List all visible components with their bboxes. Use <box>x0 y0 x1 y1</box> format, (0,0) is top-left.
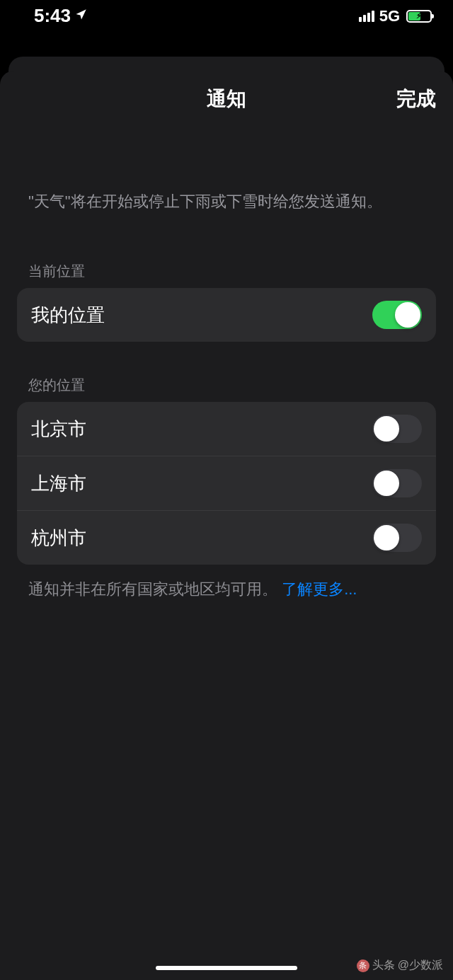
watermark-icon: 条 <box>357 959 369 972</box>
watermark: 条 头条 @少数派 <box>357 958 443 973</box>
list-item: 上海市 <box>17 456 436 510</box>
signal-icon <box>359 11 374 22</box>
location-toggle-beijing[interactable] <box>372 415 422 443</box>
sheet-title: 通知 <box>207 86 246 113</box>
my-location-label: 我的位置 <box>31 303 105 328</box>
your-locations-label: 您的位置 <box>17 376 436 395</box>
watermark-prefix: 头条 <box>372 958 395 973</box>
watermark-handle: @少数派 <box>398 958 443 973</box>
time-value: 5:43 <box>34 5 71 27</box>
toggle-knob <box>374 525 399 550</box>
toggle-knob <box>374 471 399 496</box>
location-toggle-shanghai[interactable] <box>372 469 422 497</box>
sheet-header: 通知 完成 <box>17 71 436 127</box>
current-location-label: 当前位置 <box>17 262 436 281</box>
status-bar: 5:43 5G ⚡︎ <box>0 0 453 32</box>
list-item: 我的位置 <box>17 288 436 342</box>
notification-description: "天气"将在开始或停止下雨或下雪时给您发送通知。 <box>17 191 436 212</box>
footer-text: 通知并非在所有国家或地区均可用。 了解更多... <box>17 579 436 600</box>
location-arrow-icon <box>75 8 88 24</box>
done-button[interactable]: 完成 <box>396 86 436 113</box>
network-label: 5G <box>379 7 400 25</box>
footer-note: 通知并非在所有国家或地区均可用。 <box>28 580 277 598</box>
current-location-group: 我的位置 <box>17 288 436 342</box>
current-location-section: 当前位置 我的位置 <box>17 262 436 342</box>
list-item: 杭州市 <box>17 510 436 565</box>
my-location-toggle[interactable] <box>372 301 422 329</box>
battery-icon: ⚡︎ <box>406 10 432 23</box>
toggle-knob <box>395 302 420 328</box>
location-toggle-hangzhou[interactable] <box>372 524 422 552</box>
location-item-label: 杭州市 <box>31 526 86 550</box>
notification-sheet: 通知 完成 "天气"将在开始或停止下雨或下雪时给您发送通知。 当前位置 我的位置… <box>0 71 453 980</box>
your-locations-section: 您的位置 北京市 上海市 杭州市 通知并非在所有国家 <box>17 376 436 600</box>
status-time: 5:43 <box>34 5 88 27</box>
your-locations-group: 北京市 上海市 杭州市 <box>17 402 436 565</box>
location-item-label: 北京市 <box>31 417 86 442</box>
location-item-label: 上海市 <box>31 471 86 496</box>
status-right: 5G ⚡︎ <box>359 7 432 25</box>
home-indicator[interactable] <box>156 966 297 970</box>
list-item: 北京市 <box>17 402 436 456</box>
learn-more-link[interactable]: 了解更多... <box>282 580 357 598</box>
toggle-knob <box>374 416 399 442</box>
